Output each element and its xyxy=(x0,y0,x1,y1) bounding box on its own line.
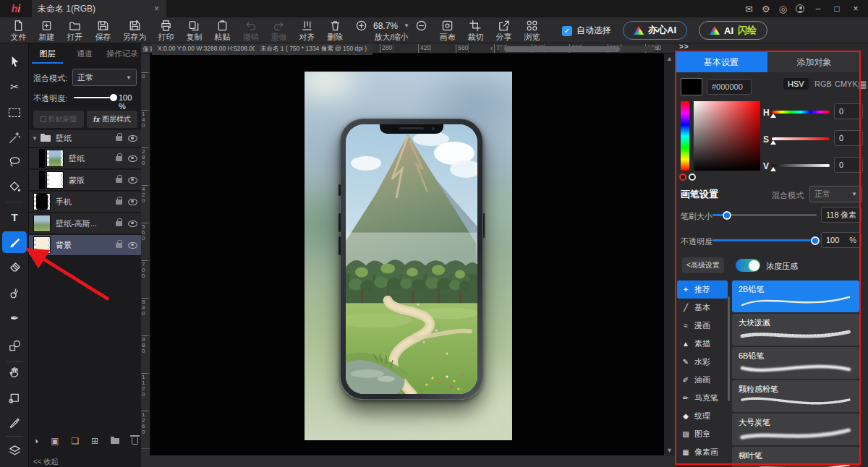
lock-icon[interactable] xyxy=(116,221,122,226)
eraser-tool[interactable] xyxy=(2,257,27,278)
tab-layers[interactable]: 图层 xyxy=(29,43,66,64)
v-slider[interactable] xyxy=(772,164,830,167)
scroll-up-arrow-icon[interactable]: ▲ xyxy=(666,55,673,62)
adjustment-icon[interactable]: ◑ xyxy=(33,436,38,446)
ai-flash-paint-button[interactable]: AI闪绘 xyxy=(699,21,767,40)
brush-size-slider[interactable] xyxy=(712,214,817,216)
yixin-ai-button[interactable]: 亦心AI xyxy=(623,21,687,40)
smudge-tool[interactable] xyxy=(2,282,27,304)
canvas-button[interactable]: 画布 xyxy=(433,17,461,41)
file-menu-button[interactable]: 文件 xyxy=(4,17,33,41)
opacity-slider[interactable] xyxy=(74,97,114,98)
tab-basic-settings[interactable]: 基本设置 xyxy=(675,52,767,72)
current-color-swatch[interactable] xyxy=(681,78,702,95)
mask-icon[interactable]: ▣ xyxy=(51,436,59,446)
scroll-left-arrow-icon[interactable]: ‹ xyxy=(490,44,493,52)
collapse-panel-button[interactable]: << 收起 xyxy=(33,457,58,467)
category-scrollbar[interactable] xyxy=(728,296,730,401)
layer-style-button[interactable]: fx 图层样式 xyxy=(87,111,137,128)
category-watercolor[interactable]: ✎水彩 xyxy=(677,353,728,371)
delete-button[interactable]: 删除 xyxy=(321,17,349,41)
mode-hsv[interactable]: HSV xyxy=(783,78,809,90)
category-basic[interactable]: ╱基本 xyxy=(677,299,728,317)
canvas-viewport[interactable] xyxy=(150,53,664,455)
hue-strip[interactable] xyxy=(681,101,689,171)
s-slider-thumb[interactable] xyxy=(770,140,776,145)
layer-row[interactable]: 手机 xyxy=(29,192,141,213)
brush-size-value-box[interactable]: 118 像素 xyxy=(821,207,861,223)
h-slider[interactable] xyxy=(772,111,830,113)
tab-add-object[interactable]: 添加对象 xyxy=(767,52,861,72)
document-tab[interactable]: 未命名 1(RGB) × xyxy=(32,0,166,17)
tab-close-icon[interactable]: × xyxy=(153,4,161,14)
save-button[interactable]: 保存 xyxy=(89,17,117,41)
new-layer-icon[interactable]: ⊞ xyxy=(91,436,98,446)
s-value-box[interactable]: 0 xyxy=(834,130,863,146)
magic-wand-tool[interactable] xyxy=(2,127,27,148)
shape-tool[interactable] xyxy=(2,335,27,356)
h-value-box[interactable]: 0 xyxy=(834,103,863,119)
clip-mask-button[interactable]: 剪贴蒙版 xyxy=(33,111,84,128)
advanced-settings-button[interactable]: <高级设置 xyxy=(682,257,724,273)
visibility-eye-icon[interactable] xyxy=(128,220,137,227)
brush-opacity-value-box[interactable]: 100 % xyxy=(821,232,861,248)
lock-icon[interactable] xyxy=(116,200,122,205)
browse-button[interactable]: 浏览 xyxy=(518,17,546,41)
scroll-down-arrow-icon[interactable]: ▼ xyxy=(666,447,673,454)
vertical-scrollbar[interactable]: ▲ ▼ xyxy=(664,53,675,455)
visibility-eye-icon[interactable] xyxy=(128,242,137,249)
paste-button[interactable]: 粘贴 xyxy=(208,17,237,41)
fill-tool[interactable] xyxy=(2,176,27,197)
crop-button[interactable]: 裁切 xyxy=(461,17,490,41)
minimize-button[interactable]: – xyxy=(813,4,823,14)
category-oil[interactable]: ✐油画 xyxy=(677,371,728,389)
share-button[interactable]: 分享 xyxy=(490,17,518,41)
lasso-tool[interactable] xyxy=(2,151,27,173)
settings-gear-icon[interactable]: ⚙ xyxy=(762,4,770,14)
open-button[interactable]: 打开 xyxy=(61,17,89,41)
visibility-eye-icon[interactable] xyxy=(128,199,137,205)
palette-grid-icon[interactable]: ▦ xyxy=(858,79,867,90)
align-button[interactable]: 对齐 xyxy=(293,17,321,41)
brush-item[interactable]: 6B铅笔 xyxy=(732,347,859,379)
brush-size-slider-thumb[interactable] xyxy=(723,211,731,220)
expand-panel-button[interactable]: >> xyxy=(679,43,689,51)
layer-group-row[interactable]: ▼ 壁纸 xyxy=(29,130,141,147)
visibility-eye-icon[interactable] xyxy=(128,135,137,142)
redo-button[interactable]: 重做 xyxy=(265,17,293,41)
lock-icon[interactable] xyxy=(116,243,122,248)
layer-row[interactable]: 壁纸 xyxy=(29,148,141,169)
brush-opacity-slider-thumb[interactable] xyxy=(811,236,820,245)
checkbox-check-icon[interactable]: ✓ xyxy=(562,26,572,36)
brush-item-selected[interactable]: 2B铅笔 xyxy=(732,280,859,312)
copy-button[interactable]: 复制 xyxy=(180,17,208,41)
layer-row[interactable]: 蒙版 xyxy=(29,170,141,191)
pressure-toggle[interactable] xyxy=(736,259,760,272)
horizontal-scrollbar[interactable] xyxy=(498,46,655,52)
v-value-box[interactable]: 0 xyxy=(834,157,863,173)
v-slider-thumb[interactable] xyxy=(770,167,776,171)
category-pixel[interactable]: ▦像素画 xyxy=(677,443,728,461)
brush-opacity-slider[interactable] xyxy=(712,239,817,241)
new-group-folder-icon[interactable] xyxy=(111,438,119,444)
move-tool[interactable] xyxy=(2,51,27,72)
duplicate-icon[interactable]: ❏ xyxy=(71,436,79,446)
foreground-color-ring[interactable] xyxy=(679,173,686,181)
pen-tool[interactable]: ✒ xyxy=(2,307,27,329)
document-canvas[interactable] xyxy=(305,72,512,440)
category-stamp[interactable]: ▨图章 xyxy=(677,425,728,443)
auto-select-checkbox[interactable]: ✓ 自动选择 xyxy=(562,25,611,37)
hand-tool[interactable] xyxy=(2,361,27,382)
cut-tool[interactable]: ✂ xyxy=(2,76,27,98)
transform-tool[interactable] xyxy=(2,387,27,408)
print-button[interactable]: 打印 xyxy=(152,17,180,41)
tab-history[interactable]: 操作记录 xyxy=(103,43,141,64)
layer-row-selected[interactable]: 背景 xyxy=(29,235,141,256)
brush-item[interactable]: 大块泼溅 xyxy=(732,314,859,346)
browser-compass-icon[interactable]: ◎ xyxy=(779,4,787,14)
close-button[interactable]: × xyxy=(851,4,861,14)
visibility-eye-icon[interactable] xyxy=(128,177,137,184)
horizontal-scrollbar-thumb[interactable] xyxy=(504,46,620,52)
text-tool[interactable]: T xyxy=(2,206,27,228)
brush-item[interactable]: 大号炭笔 xyxy=(732,414,859,445)
